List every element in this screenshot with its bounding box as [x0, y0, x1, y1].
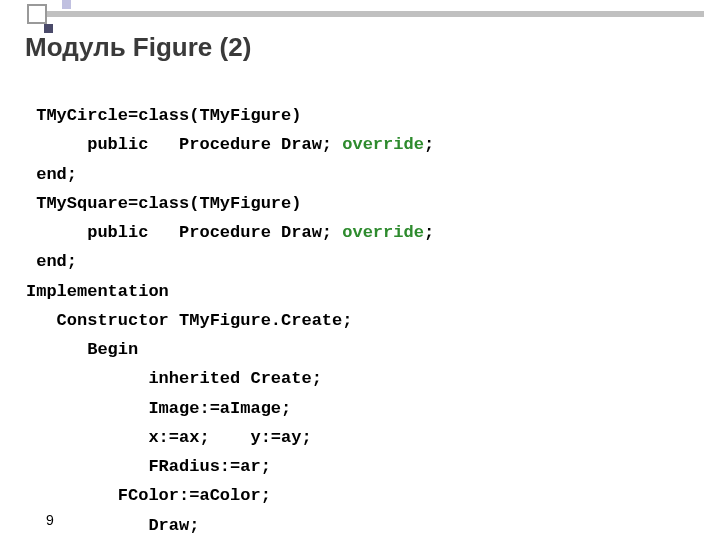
slide-number: 9 — [46, 512, 54, 528]
code-line: Implementation — [26, 282, 169, 301]
code-line: Image:=aImage; — [26, 399, 291, 418]
deco-square-outline — [27, 4, 47, 24]
code-line: TMyCircle=class(TMyFigure) — [26, 106, 301, 125]
code-block: TMyCircle=class(TMyFigure) public Proced… — [26, 72, 434, 540]
code-line: Begin — [26, 340, 138, 359]
code-line: Constructor TMyFigure.Create; — [26, 311, 352, 330]
code-line: FRadius:=ar; — [26, 457, 271, 476]
code-line: end; — [26, 165, 77, 184]
code-line: FColor:=aColor; — [26, 486, 271, 505]
code-line: end; — [26, 252, 77, 271]
keyword-override: override — [342, 135, 424, 154]
header-bar — [34, 11, 704, 17]
code-line: TMySquare=class(TMyFigure) — [26, 194, 301, 213]
code-line: x:=ax; y:=ay; — [26, 428, 312, 447]
code-line: inherited Create; — [26, 369, 322, 388]
keyword-override: override — [342, 223, 424, 242]
code-line: public Procedure Draw; override; — [26, 135, 434, 154]
deco-square-light — [62, 0, 71, 9]
slide-title: Модуль Figure (2) — [25, 32, 251, 63]
code-line: public Procedure Draw; override; — [26, 223, 434, 242]
